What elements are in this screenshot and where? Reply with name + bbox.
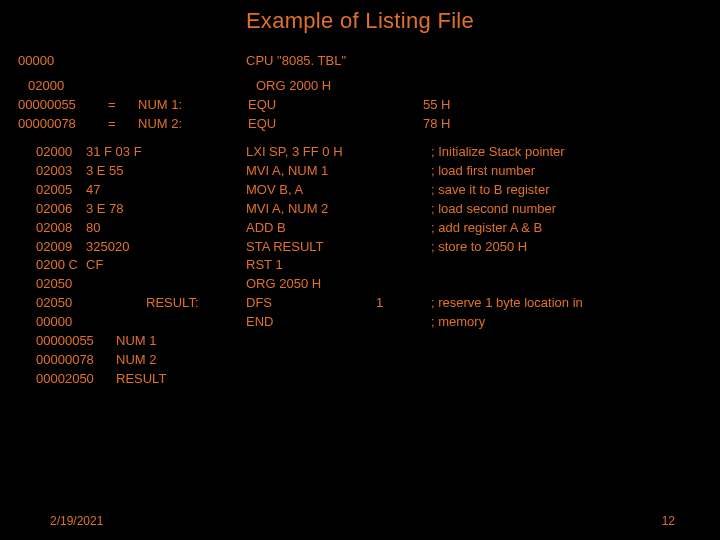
symtab-row: 00002050RESULT [36, 370, 702, 389]
slide-title: Example of Listing File [0, 8, 720, 34]
addr-col: 02003 [36, 162, 86, 181]
addr-col: 02006 [36, 200, 86, 219]
opcode: MVI A, NUM 2 [246, 200, 376, 219]
addr-col: 00000078 [36, 351, 116, 370]
symbol: RESULT: [146, 294, 246, 313]
hex-col: CF [86, 256, 146, 275]
opcode: MVI A, NUM 1 [246, 162, 376, 181]
opcode: MOV B, A [246, 181, 376, 200]
opcode: EQU [248, 96, 348, 115]
opcode: EQU [248, 115, 348, 134]
listing-row: 0200 CCFRST 1 [36, 256, 702, 275]
opcode: END [246, 313, 376, 332]
listing-row: 0200547MOV B, A; save it to B register [36, 181, 702, 200]
listing-row: 0200880ADD B; add register A & B [36, 219, 702, 238]
slide: Example of Listing File 00000 CPU "8085.… [0, 0, 720, 540]
comment: ; reserve 1 byte location in [431, 294, 702, 313]
listing-row: 00000055 = NUM 1: EQU 55 H [18, 96, 702, 115]
hex-col: 31 F 03 F [86, 143, 146, 162]
hex-col: 47 [86, 181, 146, 200]
symbol-name: NUM 1 [116, 332, 156, 351]
opcode: RST 1 [246, 256, 376, 275]
symbol-name: NUM 2 [116, 351, 156, 370]
hex-col: 325020 [86, 238, 146, 257]
opcode: ORG 2000 H [256, 77, 331, 96]
hex-col: 3 E 78 [86, 200, 146, 219]
opcode: CPU "8085. TBL" [246, 52, 346, 71]
listing-row: 00000END; memory [36, 313, 702, 332]
footer-date: 2/19/2021 [50, 514, 103, 528]
addr-col: 00000 [36, 313, 86, 332]
arg: 1 [376, 294, 431, 313]
comment: ; add register A & B [431, 219, 702, 238]
listing-row: 02000 ORG 2000 H [28, 77, 702, 96]
listing-row: 020063 E 78MVI A, NUM 2; load second num… [36, 200, 702, 219]
arg: 78 H [423, 115, 493, 134]
listing-row: 00000 CPU "8085. TBL" [18, 52, 702, 71]
comment: ; memory [431, 313, 702, 332]
opcode: DFS [246, 294, 376, 313]
symbol: NUM 2: [138, 115, 248, 134]
listing-row: 00000078 = NUM 2: EQU 78 H [18, 115, 702, 134]
addr-col: 02005 [36, 181, 86, 200]
equals: = [108, 96, 138, 115]
addr-col: 00000 [18, 52, 98, 71]
addr-col: 02008 [36, 219, 86, 238]
listing-row: 0200031 F 03 FLXI SP, 3 FF 0 H; Initiali… [36, 143, 702, 162]
footer-page-number: 12 [662, 514, 675, 528]
symtab-row: 00000055NUM 1 [36, 332, 702, 351]
listing-row: 02050ORG 2050 H [36, 275, 702, 294]
addr-col: 00000078 [18, 115, 108, 134]
comment: ; Initialize Stack pointer [431, 143, 702, 162]
listing-row: 020033 E 55MVI A, NUM 1; load first numb… [36, 162, 702, 181]
symbol-name: RESULT [116, 370, 166, 389]
opcode: ADD B [246, 219, 376, 238]
addr-col: 02050 [36, 294, 86, 313]
equals: = [108, 115, 138, 134]
opcode: ORG 2050 H [246, 275, 376, 294]
hex-col: 80 [86, 219, 146, 238]
addr-col: 00000055 [36, 332, 116, 351]
opcode: LXI SP, 3 FF 0 H [246, 143, 376, 162]
listing-row: 02009325020STA RESULT; store to 2050 H [36, 238, 702, 257]
comment: ; load first number [431, 162, 702, 181]
comment: ; load second number [431, 200, 702, 219]
addr-col: 02009 [36, 238, 86, 257]
comment: ; store to 2050 H [431, 238, 702, 257]
hex-col: 3 E 55 [86, 162, 146, 181]
addr-col: 00002050 [36, 370, 116, 389]
addr-col: 02000 [28, 77, 108, 96]
addr-col: 02000 [36, 143, 86, 162]
addr-col: 00000055 [18, 96, 108, 115]
comment: ; save it to B register [431, 181, 702, 200]
symbol: NUM 1: [138, 96, 248, 115]
opcode: STA RESULT [246, 238, 376, 257]
addr-col: 02050 [36, 275, 86, 294]
listing-row: 02050RESULT:DFS1; reserve 1 byte locatio… [36, 294, 702, 313]
addr-col: 0200 C [36, 256, 86, 275]
listing-body: 00000 CPU "8085. TBL" 02000 ORG 2000 H 0… [18, 52, 702, 388]
arg: 55 H [423, 96, 493, 115]
symtab-row: 00000078NUM 2 [36, 351, 702, 370]
